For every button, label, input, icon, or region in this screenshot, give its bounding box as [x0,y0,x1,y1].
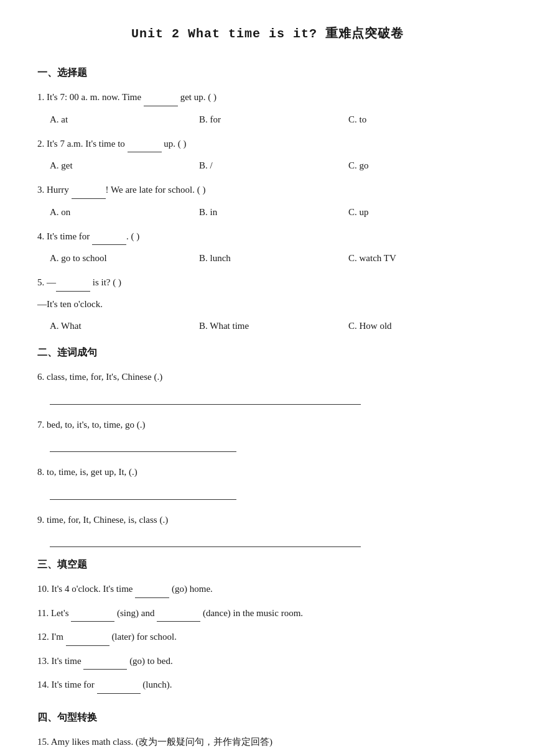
q5-sub: —It's ten o'clock. [37,295,498,313]
q12-text: 12. I'm (later) for school. [37,628,498,646]
q2-optB: B. / [199,156,348,175]
q11-text: 11. Let's (sing) and (dance) in the musi… [37,604,498,622]
q1-text: 1. It's 7: 00 a. m. now. Time get up. ( … [37,88,498,106]
q3-optB: B. in [199,203,348,221]
question-10: 10. It's 4 o'clock. It's time (go) home. [37,580,498,598]
q5-optA: A. What [50,316,199,335]
q3-optA: A. on [50,203,199,221]
q12-blank [66,645,109,646]
section1-header: 一、选择题 [37,67,498,80]
q1-optA: A. at [50,110,199,129]
q8-answer-line [50,486,236,500]
q2-optA: A. get [50,156,199,175]
question-13: 13. It's time (go) to bed. [37,652,498,670]
q15-text: 15. Amy likes math class. (改为一般疑问句，并作肯定回… [37,733,498,751]
q1-options: A. at B. for C. to [50,110,498,129]
q7-answer-line [50,438,236,452]
q1-blank [144,106,178,106]
q4-optC: C. watch TV [348,249,473,267]
q1-num: 1. [37,92,44,102]
q5-options: A. What B. What time C. How old [50,316,498,335]
q13-blank [83,669,127,670]
q7-text: 7. bed, to, it's, to, time, go (.) [37,416,498,434]
section4-header: 四、句型转换 [37,711,498,724]
question-14: 14. It's time for (lunch). [37,676,498,694]
q9-text: 9. time, for, It, Chinese, is, class (.) [37,511,498,529]
q5-text: 5. — is it? ( ) [37,274,498,292]
q5-blank [56,291,90,292]
q2-blank [128,152,162,152]
question-3: 3. Hurry ! We are late for school. ( ) A… [37,181,498,221]
q3-blank [72,198,106,199]
q14-text: 14. It's time for (lunch). [37,676,498,694]
q6-text: 6. class, time, for, It's, Chinese (.) [37,368,498,386]
q5-optB: B. What time [199,316,348,335]
q14-blank [97,693,141,694]
q4-options: A. go to school B. lunch C. watch TV [50,249,498,267]
question-15: 15. Amy likes math class. (改为一般疑问句，并作肯定回… [37,733,498,751]
question-4: 4. It's time for . ( ) A. go to school B… [37,228,498,268]
q1-optB: B. for [199,110,348,129]
section2-header: 二、连词成句 [37,346,498,359]
page-title: Unit 2 What time is it? 重难点突破卷 [37,25,498,42]
q10-blank [135,597,169,598]
question-2: 2. It's 7 a.m. It's time to up. ( ) A. g… [37,135,498,175]
question-6: 6. class, time, for, It's, Chinese (.) [37,368,498,405]
q4-text: 4. It's time for . ( ) [37,228,498,246]
q13-text: 13. It's time (go) to bed. [37,652,498,670]
q3-optC: C. up [348,203,473,221]
q11-blank2 [157,621,200,622]
q4-optA: A. go to school [50,249,199,267]
q2-options: A. get B. / C. go [50,156,498,175]
q4-blank [92,244,126,245]
question-5: 5. — is it? ( ) —It's ten o'clock. A. Wh… [37,274,498,335]
q6-answer-line [50,391,361,405]
q2-text: 2. It's 7 a.m. It's time to up. ( ) [37,135,498,153]
question-12: 12. I'm (later) for school. [37,628,498,646]
question-1: 1. It's 7: 00 a. m. now. Time get up. ( … [37,88,498,129]
q3-options: A. on B. in C. up [50,203,498,221]
q10-text: 10. It's 4 o'clock. It's time (go) home. [37,580,498,598]
q2-optC: C. go [348,156,473,175]
q5-optC: C. How old [348,316,473,335]
q1-optC: C. to [348,110,473,129]
q4-optB: B. lunch [199,249,348,267]
q9-answer-line [50,533,361,547]
question-7: 7. bed, to, it's, to, time, go (.) [37,416,498,453]
question-9: 9. time, for, It, Chinese, is, class (.) [37,511,498,548]
question-11: 11. Let's (sing) and (dance) in the musi… [37,604,498,622]
question-8: 8. to, time, is, get up, It, (.) [37,463,498,500]
section3-header: 三、填空题 [37,558,498,571]
q3-text: 3. Hurry ! We are late for school. ( ) [37,181,498,199]
q11-blank1 [71,621,114,622]
q8-text: 8. to, time, is, get up, It, (.) [37,463,498,481]
